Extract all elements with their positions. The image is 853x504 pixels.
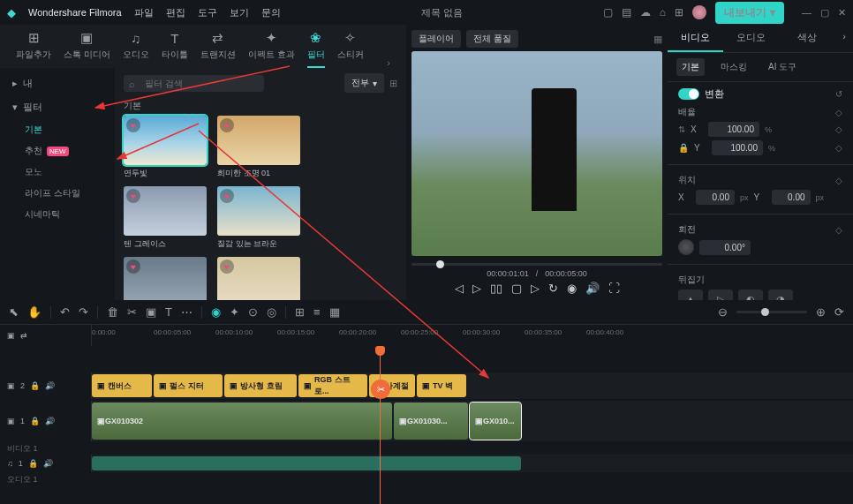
grid-icon[interactable]: ⊞ <box>675 6 683 19</box>
heart-icon[interactable]: ♥ <box>126 118 140 132</box>
tl-icon6[interactable]: ▦ <box>329 305 340 319</box>
video-clip[interactable]: ▣ GX010302 <box>92 402 392 440</box>
zoom-in-icon[interactable]: ⊕ <box>816 305 826 319</box>
more-icon[interactable]: ⋯ <box>181 305 192 319</box>
crop-icon[interactable]: ▣ <box>146 305 156 319</box>
next-icon[interactable]: ▷ <box>531 282 540 295</box>
heart-icon[interactable]: ♥ <box>126 260 140 274</box>
prev-icon[interactable]: ◁ <box>455 282 464 295</box>
scale-x-input[interactable] <box>708 122 759 137</box>
link-icon[interactable]: ⇅ <box>678 124 685 134</box>
audio-clip[interactable] <box>92 456 521 470</box>
preview-viewport[interactable] <box>411 51 662 256</box>
fx-clip[interactable]: ▣캔버스 <box>92 374 152 397</box>
transform-toggle[interactable] <box>678 88 699 100</box>
scissors-marker[interactable]: ✂ <box>371 380 390 399</box>
heart-icon[interactable]: ♥ <box>220 189 234 203</box>
lock-icon[interactable]: 🔒 <box>28 459 38 468</box>
tl-icon2[interactable]: ⊙ <box>248 305 258 319</box>
heart-icon[interactable]: ♥ <box>220 118 234 132</box>
green-indicator[interactable]: ◉ <box>211 305 221 319</box>
pos-x-input[interactable] <box>696 190 735 205</box>
video-track-icon[interactable]: ▣ <box>7 417 15 425</box>
keyframe-icon[interactable]: ◇ <box>835 108 842 117</box>
sidebar-item-recommend[interactable]: 추천 NEW <box>0 140 115 162</box>
heart-icon[interactable]: ♥ <box>126 189 140 203</box>
stack-icon[interactable]: ▤ <box>622 6 631 19</box>
zoom-slider[interactable] <box>736 311 807 313</box>
cursor-icon[interactable]: ⬉ <box>9 305 19 319</box>
lock-icon[interactable]: 🔒 <box>678 143 689 153</box>
loop-icon[interactable]: ↻ <box>548 282 558 295</box>
snapshot-icon[interactable]: ▦ <box>653 34 662 45</box>
tl-icon5[interactable]: ≡ <box>313 305 321 319</box>
menu-view[interactable]: 보기 <box>230 6 249 19</box>
filter-dropdown[interactable]: 전부 ▾ <box>344 73 384 93</box>
close-button[interactable]: ✕ <box>838 7 846 19</box>
lock-icon[interactable]: 🔒 <box>30 381 40 390</box>
tab-import[interactable]: ⊞파일추가 <box>16 30 51 68</box>
track-icon[interactable]: ▣ <box>7 331 15 340</box>
track-toggle-icon[interactable]: ⇄ <box>20 331 27 340</box>
tab-stock[interactable]: ▣스톡 미디어 <box>64 30 110 68</box>
filter-thumb[interactable]: ♥텐 그레이스 <box>124 186 207 250</box>
playhead[interactable] <box>380 346 381 504</box>
menu-tools[interactable]: 도구 <box>198 6 217 19</box>
prop-tab-more[interactable]: › <box>835 25 853 52</box>
pos-y-input[interactable] <box>772 190 811 205</box>
play-icon[interactable]: ▷ <box>472 282 481 295</box>
zoom-out-icon[interactable]: ⊖ <box>718 305 728 319</box>
progress-bar[interactable] <box>411 263 662 266</box>
tab-transition[interactable]: ⇄트랜지션 <box>200 30 236 68</box>
filter-thumb[interactable]: ♥ <box>124 257 207 300</box>
delete-icon[interactable]: 🗑 <box>107 305 118 319</box>
filter-thumb[interactable]: ♥연두빛 <box>124 116 207 179</box>
bell-icon[interactable]: ⌂ <box>660 6 666 19</box>
maximize-button[interactable]: ▢ <box>820 7 829 19</box>
fullscreen-icon[interactable]: ⛶ <box>608 282 620 295</box>
flip-btn-3[interactable]: ◐ <box>738 290 763 300</box>
filter-thumb[interactable]: ♥ <box>217 257 300 300</box>
lock-icon[interactable]: 🔒 <box>30 417 40 425</box>
tl-icon1[interactable]: ✦ <box>230 305 239 319</box>
tl-icon4[interactable]: ⊞ <box>295 305 305 319</box>
undo-icon[interactable]: ↺ <box>835 89 842 99</box>
menu-edit[interactable]: 편집 <box>166 6 185 19</box>
avatar[interactable] <box>692 5 706 19</box>
sidebar-item-basic[interactable]: 기본 <box>0 119 115 140</box>
flip-btn-4[interactable]: ◑ <box>768 290 793 300</box>
fx-clip[interactable]: ▣TV 벽 <box>417 374 466 397</box>
pause-icon[interactable]: ▯▯ <box>490 282 502 295</box>
subtab-basic[interactable]: 기본 <box>676 58 705 76</box>
tl-icon3[interactable]: ◎ <box>267 305 276 319</box>
sidebar-group-filter[interactable]: ▾ 필터 <box>0 95 115 119</box>
subtab-ai[interactable]: AI 도구 <box>763 58 802 76</box>
rotation-dial[interactable] <box>678 239 694 255</box>
rotation-input[interactable] <box>699 240 751 255</box>
stop-icon[interactable]: ▢ <box>511 282 522 295</box>
menu-help[interactable]: 문의 <box>261 6 281 19</box>
mute-icon[interactable]: 🔊 <box>45 381 55 390</box>
filter-thumb[interactable]: ♥희미한 조명 01 <box>217 116 300 179</box>
mute-icon[interactable]: 🔊 <box>45 417 55 425</box>
fx-clip[interactable]: ▣RGB 스트로... <box>298 374 367 397</box>
redo-icon[interactable]: ↷ <box>79 305 88 319</box>
cloud-icon[interactable]: ☁ <box>640 6 651 19</box>
prop-tab-color[interactable]: 색상 <box>780 25 835 52</box>
record-icon[interactable]: ◉ <box>567 282 577 295</box>
search-input[interactable] <box>124 75 264 92</box>
sidebar-group-my[interactable]: ▸ 내 <box>0 71 115 95</box>
text-icon[interactable]: T <box>165 305 172 319</box>
zoom-fit-icon[interactable]: ⟳ <box>834 305 844 319</box>
tab-audio[interactable]: ♫오디오 <box>123 31 149 68</box>
monitor-icon[interactable]: ▢ <box>603 6 613 19</box>
undo-icon[interactable]: ↶ <box>60 305 70 319</box>
scale-y-input[interactable] <box>712 140 763 155</box>
minimize-button[interactable]: — <box>802 7 811 19</box>
prop-tab-audio[interactable]: 오디오 <box>723 25 779 52</box>
flip-v-button[interactable]: ▷ <box>708 290 733 300</box>
tab-sticker[interactable]: ✧스티커 <box>337 30 364 68</box>
video-clip[interactable]: ▣ GX01030... <box>394 402 468 440</box>
hand-icon[interactable]: ✋ <box>27 305 42 319</box>
prop-tab-video[interactable]: 비디오 <box>668 25 723 52</box>
